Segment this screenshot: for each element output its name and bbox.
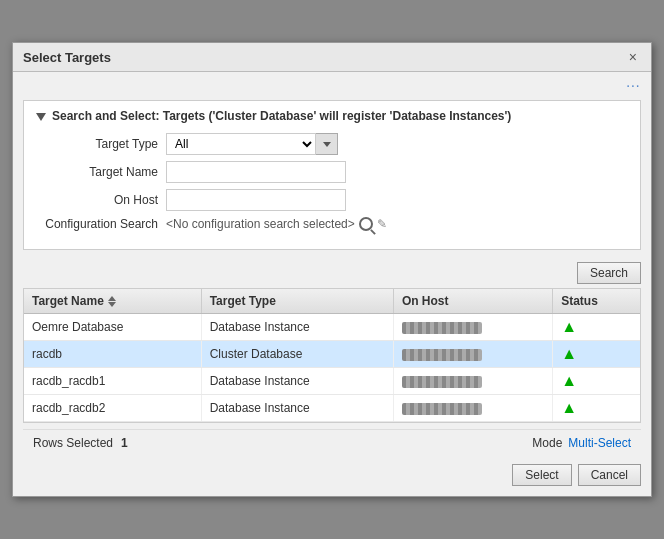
target-type-select[interactable]: All [166, 133, 316, 155]
results-table-container: Target Name Target Type On Host Status O… [23, 288, 641, 423]
section-header-text: Search and Select: Targets ('Cluster Dat… [52, 109, 511, 123]
config-search-content: <No configuration search selected> ✎ [166, 217, 387, 231]
on-host-label: On Host [36, 193, 166, 207]
search-button[interactable]: Search [577, 262, 641, 284]
dropdown-arrow-icon [323, 142, 331, 147]
cell-status: ▲ [553, 368, 640, 395]
th-target-name: Target Name [24, 289, 201, 314]
redacted-hostname [402, 403, 482, 415]
table-row[interactable]: racdb_racdb2Database Instance▲ [24, 395, 640, 422]
table-row[interactable]: racdbCluster Database▲ [24, 341, 640, 368]
redacted-hostname [402, 322, 482, 334]
status-up-icon: ▲ [561, 345, 577, 362]
target-type-row: Target Type All [36, 133, 628, 155]
mode-section: Mode Multi-Select [532, 436, 631, 450]
cell-status: ▲ [553, 341, 640, 368]
cell-on-host [393, 368, 552, 395]
redacted-hostname [402, 376, 482, 388]
sort-down-icon[interactable] [108, 302, 116, 307]
search-button-row: Search [23, 262, 641, 284]
select-targets-dialog: Select Targets × ··· Search and Select: … [12, 42, 652, 497]
rows-selected-section: Rows Selected 1 [33, 436, 128, 450]
redacted-hostname [402, 349, 482, 361]
dialog-titlebar: Select Targets × [13, 43, 651, 72]
cell-target-name: racdb_racdb2 [24, 395, 201, 422]
mode-value[interactable]: Multi-Select [568, 436, 631, 450]
mode-label: Mode [532, 436, 562, 450]
rows-selected-count: 1 [121, 436, 128, 450]
options-dots[interactable]: ··· [627, 81, 641, 92]
sort-up-icon[interactable] [108, 296, 116, 301]
target-name-row: Target Name [36, 161, 628, 183]
on-host-input[interactable] [166, 189, 346, 211]
table-header-row: Target Name Target Type On Host Status [24, 289, 640, 314]
target-name-input[interactable] [166, 161, 346, 183]
on-host-row: On Host [36, 189, 628, 211]
collapse-icon[interactable] [36, 113, 46, 121]
th-status: Status [553, 289, 640, 314]
cell-target-type: Database Instance [201, 368, 393, 395]
cell-target-type: Database Instance [201, 395, 393, 422]
cancel-button[interactable]: Cancel [578, 464, 641, 486]
search-section: Search and Select: Targets ('Cluster Dat… [23, 100, 641, 250]
section-header: Search and Select: Targets ('Cluster Dat… [36, 109, 628, 123]
table-row[interactable]: Oemre DatabaseDatabase Instance▲ [24, 314, 640, 341]
config-search-row: Configuration Search <No configuration s… [36, 217, 628, 231]
config-search-icon[interactable] [359, 217, 373, 231]
cell-on-host [393, 341, 552, 368]
target-name-label: Target Name [36, 165, 166, 179]
cell-status: ▲ [553, 314, 640, 341]
target-type-label: Target Type [36, 137, 166, 151]
cell-target-name: racdb_racdb1 [24, 368, 201, 395]
cell-target-type: Database Instance [201, 314, 393, 341]
cell-target-name: racdb [24, 341, 201, 368]
cell-target-type: Cluster Database [201, 341, 393, 368]
target-type-dropdown: All [166, 133, 338, 155]
cell-on-host [393, 314, 552, 341]
results-table: Target Name Target Type On Host Status O… [24, 289, 640, 422]
select-button[interactable]: Select [512, 464, 571, 486]
config-search-placeholder: <No configuration search selected> [166, 217, 355, 231]
table-row[interactable]: racdb_racdb1Database Instance▲ [24, 368, 640, 395]
th-target-name-label: Target Name [32, 294, 104, 308]
rows-selected-label: Rows Selected [33, 436, 113, 450]
target-type-arrow-btn[interactable] [316, 133, 338, 155]
dialog-title: Select Targets [23, 50, 111, 65]
cell-on-host [393, 395, 552, 422]
config-search-label: Configuration Search [36, 217, 166, 231]
close-button[interactable]: × [625, 49, 641, 65]
pencil-icon[interactable]: ✎ [377, 217, 387, 231]
action-buttons: Select Cancel [13, 456, 651, 496]
th-on-host: On Host [393, 289, 552, 314]
status-up-icon: ▲ [561, 372, 577, 389]
cell-target-name: Oemre Database [24, 314, 201, 341]
status-up-icon: ▲ [561, 399, 577, 416]
status-up-icon: ▲ [561, 318, 577, 335]
cell-status: ▲ [553, 395, 640, 422]
dialog-dots: ··· [13, 72, 651, 94]
footer-bar: Rows Selected 1 Mode Multi-Select [23, 429, 641, 456]
sort-icons [108, 296, 116, 307]
th-target-type: Target Type [201, 289, 393, 314]
